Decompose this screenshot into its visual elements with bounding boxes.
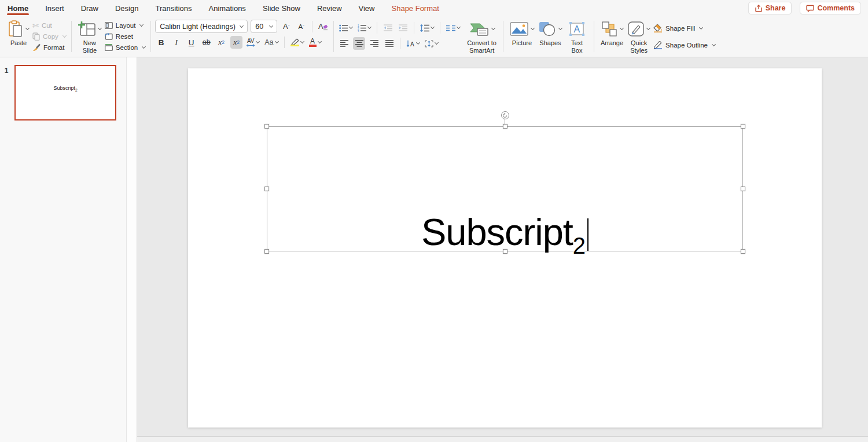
shape-fill-icon <box>653 24 663 32</box>
cut-icon: ✄ <box>32 21 39 30</box>
text-box-icon: A <box>569 21 585 36</box>
paragraph-group: 123 <box>336 16 501 57</box>
paste-button[interactable]: Paste <box>6 18 31 48</box>
line-spacing-button[interactable] <box>419 21 435 34</box>
underline-button[interactable]: U <box>185 36 197 49</box>
title-text[interactable]: Subscript2 <box>267 213 742 251</box>
section-icon <box>105 44 113 51</box>
strikethrough-button[interactable]: ab <box>200 36 212 49</box>
tab-view[interactable]: View <box>358 1 376 16</box>
slide-editor-canvas: Subscript2 <box>137 57 868 442</box>
comments-button[interactable]: Comments <box>800 2 861 14</box>
picture-button[interactable]: Picture <box>507 18 536 48</box>
align-right-button[interactable] <box>368 37 380 50</box>
bold-button[interactable]: B <box>155 36 167 49</box>
picture-icon <box>510 22 528 36</box>
tab-review[interactable]: Review <box>317 1 343 16</box>
tab-home[interactable]: Home <box>7 1 29 16</box>
tab-transitions[interactable]: Transitions <box>155 1 192 16</box>
text-cursor <box>587 218 589 251</box>
increase-indent-button[interactable] <box>397 21 409 34</box>
thumbnail-title-text: Subscript2 <box>16 85 115 92</box>
ribbon: Paste ✄ Cut Copy For <box>0 16 868 57</box>
font-color-button[interactable]: A <box>308 36 322 49</box>
format-painter-icon <box>32 43 41 52</box>
comments-icon <box>806 5 814 12</box>
resize-handle-w[interactable] <box>264 187 269 191</box>
numbering-button[interactable]: 123 <box>356 21 372 34</box>
svg-text:3: 3 <box>358 30 359 32</box>
tab-animations[interactable]: Animations <box>208 1 247 16</box>
smartart-icon <box>469 21 489 36</box>
svg-text:A: A <box>573 24 580 34</box>
svg-text:A: A <box>410 41 414 48</box>
paste-icon <box>8 20 23 38</box>
reset-button[interactable]: Reset <box>105 31 145 42</box>
shapes-button[interactable]: Shapes <box>536 18 564 48</box>
clear-formatting-button[interactable]: A <box>317 20 329 33</box>
shape-fill-button[interactable]: Shape Fill <box>653 23 715 34</box>
arrange-button[interactable]: Arrange <box>598 18 626 48</box>
shape-outline-icon <box>653 41 663 49</box>
slide-thumbnail-panel: 1 Subscript2 <box>0 57 127 442</box>
font-group: Calibri Light (Headings) 60 Aˆ Aˇ A B I <box>153 16 332 57</box>
convert-to-smartart-button[interactable]: Convert to SmartArt <box>465 18 499 56</box>
resize-handle-nw[interactable] <box>264 124 269 129</box>
svg-text:A: A <box>318 22 323 31</box>
increase-font-size-button[interactable]: Aˆ <box>280 20 292 33</box>
align-center-button[interactable] <box>353 37 365 50</box>
subscript-button[interactable]: x2 <box>230 36 242 49</box>
resize-handle-e[interactable] <box>741 187 745 191</box>
copy-icon <box>32 32 40 41</box>
new-slide-dropdown-chevron[interactable] <box>98 26 102 30</box>
layout-button[interactable]: Layout <box>105 20 145 31</box>
drawing-group: Arrange Quick Styles <box>596 16 719 57</box>
align-left-button[interactable] <box>338 37 350 50</box>
text-highlight-button[interactable] <box>289 36 305 49</box>
powerpoint-window: Home Insert Draw Design Transitions Anim… <box>0 0 868 442</box>
insert-group: Picture Shapes A Text <box>505 16 592 57</box>
tab-shape-format[interactable]: Shape Format <box>391 1 440 16</box>
section-button[interactable]: Section <box>105 42 145 53</box>
arrange-icon <box>601 21 617 36</box>
copy-button[interactable]: Copy <box>32 31 66 42</box>
font-name-combo[interactable]: Calibri Light (Headings) <box>155 20 248 33</box>
title-textbox[interactable]: Subscript2 <box>267 126 743 251</box>
paste-dropdown-chevron[interactable] <box>25 26 30 30</box>
change-case-button[interactable]: Aa <box>263 36 279 49</box>
rotate-handle[interactable] <box>501 111 509 119</box>
format-painter-button[interactable]: Format <box>32 42 66 53</box>
character-spacing-button[interactable]: AV <box>245 36 260 49</box>
slides-group: New Slide Layout Reset <box>73 16 149 57</box>
slide[interactable]: Subscript2 <box>188 68 822 428</box>
tab-slide-show[interactable]: Slide Show <box>262 1 301 16</box>
resize-handle-ne[interactable] <box>741 124 745 129</box>
font-size-combo[interactable]: 60 <box>251 20 277 33</box>
text-box-button[interactable]: A Text Box <box>564 18 590 56</box>
cut-button[interactable]: ✄ Cut <box>32 20 66 31</box>
bullets-button[interactable] <box>338 21 354 34</box>
justify-button[interactable] <box>383 37 395 50</box>
superscript-button[interactable]: x2 <box>215 36 227 49</box>
subscript-text: 2 <box>573 233 586 258</box>
align-text-vertical-button[interactable] <box>424 37 439 50</box>
shape-outline-button[interactable]: Shape Outline <box>653 39 715 50</box>
rotate-icon <box>502 113 507 118</box>
slide-thumbnail[interactable]: Subscript2 <box>14 65 116 120</box>
quick-styles-button[interactable]: Quick Styles <box>626 18 652 56</box>
spacing-arrows-icon <box>247 44 255 47</box>
tab-design[interactable]: Design <box>115 1 139 16</box>
clipboard-group: Paste ✄ Cut Copy For <box>3 16 69 57</box>
share-button[interactable]: Share <box>748 2 792 14</box>
text-direction-button[interactable]: A <box>405 37 421 50</box>
decrease-font-size-button[interactable]: Aˇ <box>295 20 307 33</box>
tab-insert[interactable]: Insert <box>45 1 65 16</box>
resize-handle-n[interactable] <box>503 124 507 129</box>
shapes-icon <box>539 21 556 36</box>
decrease-indent-button[interactable] <box>382 21 394 34</box>
panel-divider[interactable] <box>127 57 137 442</box>
tab-draw[interactable]: Draw <box>80 1 99 16</box>
new-slide-button[interactable]: New Slide <box>76 18 104 56</box>
columns-button[interactable] <box>445 21 461 34</box>
italic-button[interactable]: I <box>170 36 182 49</box>
